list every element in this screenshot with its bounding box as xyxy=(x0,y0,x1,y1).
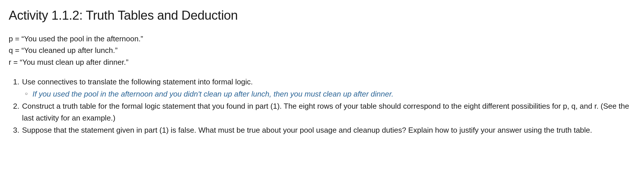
proposition-p: p = “You used the pool in the afternoon.… xyxy=(9,33,635,45)
question-1-statement: If you used the pool in the afternoon an… xyxy=(32,88,635,100)
question-2: Construct a truth table for the formal l… xyxy=(21,100,635,124)
question-1-text: Use connectives to translate the followi… xyxy=(22,77,253,86)
proposition-definitions: p = “You used the pool in the afternoon.… xyxy=(9,33,635,68)
activity-title: Activity 1.1.2: Truth Tables and Deducti… xyxy=(9,6,635,25)
proposition-r: r = “You must clean up after dinner.” xyxy=(9,56,635,68)
question-list: Use connectives to translate the followi… xyxy=(9,76,635,136)
question-3-text: Suppose that the statement given in part… xyxy=(22,126,592,134)
question-1: Use connectives to translate the followi… xyxy=(21,76,635,100)
proposition-q: q = “You cleaned up after lunch.” xyxy=(9,45,635,56)
question-2-text: Construct a truth table for the formal l… xyxy=(22,102,629,122)
question-1-sublist: If you used the pool in the afternoon an… xyxy=(22,88,635,100)
question-3: Suppose that the statement given in part… xyxy=(21,124,635,136)
